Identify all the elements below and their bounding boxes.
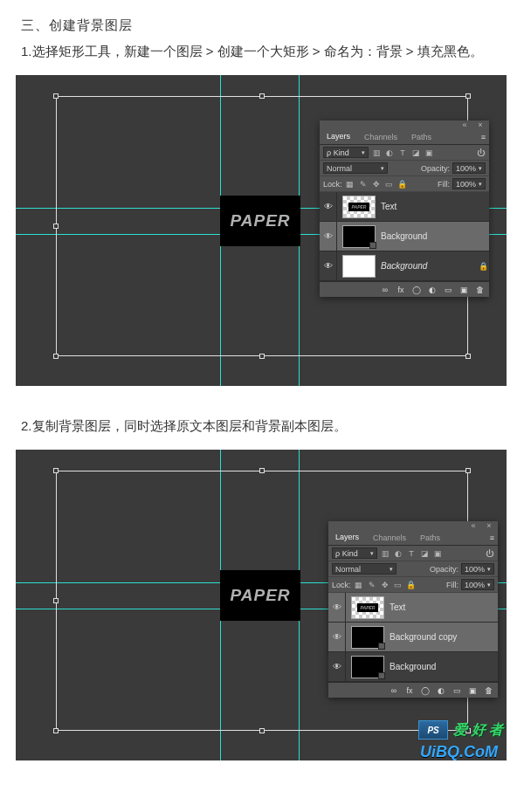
visibility-toggle[interactable]: 👁 bbox=[328, 593, 346, 622]
lock-position-icon[interactable]: ✥ bbox=[380, 580, 390, 590]
visibility-toggle[interactable]: 👁 bbox=[328, 652, 346, 681]
tab-layers[interactable]: Layers bbox=[320, 129, 357, 144]
visibility-toggle[interactable]: 👁 bbox=[320, 192, 337, 221]
transform-handle[interactable] bbox=[53, 93, 59, 99]
tab-paths[interactable]: Paths bbox=[404, 129, 438, 144]
eye-icon: 👁 bbox=[324, 261, 333, 271]
canvas-text-layer: PAPER bbox=[220, 570, 300, 621]
fill-input[interactable]: 100%▾ bbox=[461, 579, 494, 590]
layers-panel[interactable]: « × Layers Channels Paths ≡ ρ Kind ▾ ▥ ◐… bbox=[320, 120, 489, 297]
layer-name[interactable]: Text bbox=[381, 202, 477, 211]
panel-menu-icon[interactable]: ≡ bbox=[478, 129, 489, 144]
chevron-down-icon: ▾ bbox=[479, 165, 482, 172]
filter-pixel-icon[interactable]: ▥ bbox=[371, 148, 382, 158]
layer-name[interactable]: Background copy bbox=[390, 632, 486, 642]
transform-handle[interactable] bbox=[259, 93, 265, 99]
lock-all-icon[interactable]: 🔒 bbox=[406, 580, 417, 590]
link-layers-icon[interactable]: ∞ bbox=[388, 685, 400, 697]
blend-mode-dropdown[interactable]: Normal▾ bbox=[332, 563, 396, 575]
tab-paths[interactable]: Paths bbox=[413, 530, 447, 545]
visibility-toggle[interactable]: 👁 bbox=[320, 222, 337, 251]
trash-icon[interactable]: 🗑 bbox=[473, 284, 486, 296]
step-text-1: 1.选择矩形工具，新建一个图层 > 创建一个大矩形 > 命名为：背景 > 填充黑… bbox=[21, 39, 508, 63]
tab-channels[interactable]: Channels bbox=[357, 129, 404, 144]
filter-adjust-icon[interactable]: ◐ bbox=[384, 148, 395, 158]
fill-input[interactable]: 100%▾ bbox=[452, 178, 486, 189]
blend-mode-dropdown[interactable]: Normal▾ bbox=[323, 162, 388, 174]
lock-pixels-icon[interactable]: ✎ bbox=[367, 580, 377, 590]
lock-transparent-icon[interactable]: ▦ bbox=[354, 580, 364, 590]
tab-channels[interactable]: Channels bbox=[366, 530, 413, 545]
transform-handle[interactable] bbox=[259, 468, 265, 473]
fill-label: Fill: bbox=[438, 180, 450, 189]
panel-topbar: « × bbox=[328, 521, 498, 530]
layer-row[interactable]: 👁 Background 🔒 bbox=[320, 251, 489, 281]
step-text-2: 2.复制背景图层，同时选择原文本图层和背景副本图层。 bbox=[21, 414, 508, 437]
opacity-input[interactable]: 100%▾ bbox=[452, 162, 486, 174]
layers-panel[interactable]: « × Layers Channels Paths ≡ ρ Kind ▾ ▥ ◐… bbox=[328, 521, 498, 698]
kind-filter-dropdown[interactable]: ρ Kind ▾ bbox=[323, 147, 369, 158]
transform-handle[interactable] bbox=[259, 728, 265, 733]
lock-artboard-icon[interactable]: ▭ bbox=[393, 580, 403, 590]
filter-type-icon[interactable]: T bbox=[397, 148, 408, 158]
filter-pixel-icon[interactable]: ▥ bbox=[380, 548, 390, 559]
mask-icon[interactable]: ◯ bbox=[410, 284, 423, 296]
transform-handle[interactable] bbox=[259, 354, 265, 359]
layer-row[interactable]: 👁 PAPER Text bbox=[320, 192, 489, 222]
layer-row[interactable]: 👁 Background bbox=[328, 652, 498, 682]
filter-row: ρ Kind ▾ ▥ ◐ T ◪ ▣ ⏻ bbox=[328, 546, 498, 561]
mask-icon[interactable]: ◯ bbox=[419, 685, 431, 697]
adjustment-icon[interactable]: ◐ bbox=[435, 685, 447, 697]
fx-icon[interactable]: fx bbox=[403, 685, 416, 697]
lock-pixels-icon[interactable]: ✎ bbox=[358, 179, 369, 189]
layer-name[interactable]: Text bbox=[390, 602, 486, 612]
transform-handle[interactable] bbox=[465, 354, 471, 359]
lock-position-icon[interactable]: ✥ bbox=[371, 179, 382, 189]
chevron-down-icon: ▾ bbox=[487, 581, 491, 588]
filter-shape-icon[interactable]: ◪ bbox=[419, 548, 430, 559]
filter-toggle[interactable]: ⏻ bbox=[475, 148, 486, 158]
transform-handle[interactable] bbox=[465, 93, 471, 99]
visibility-toggle[interactable]: 👁 bbox=[328, 623, 346, 651]
lock-transparent-icon[interactable]: ▦ bbox=[345, 179, 355, 189]
kind-filter-dropdown[interactable]: ρ Kind ▾ bbox=[332, 547, 377, 559]
adjustment-icon[interactable]: ◐ bbox=[426, 284, 438, 296]
panel-menu-icon[interactable]: ≡ bbox=[486, 530, 498, 545]
transform-handle[interactable] bbox=[53, 354, 59, 359]
trash-icon[interactable]: 🗑 bbox=[482, 685, 494, 697]
filter-smart-icon[interactable]: ▣ bbox=[424, 148, 434, 158]
fx-icon[interactable]: fx bbox=[395, 284, 407, 296]
layer-name[interactable]: Background bbox=[381, 261, 477, 271]
shape-badge-icon bbox=[369, 242, 376, 249]
filter-adjust-icon[interactable]: ◐ bbox=[393, 548, 403, 559]
layer-row[interactable]: 👁 Background copy bbox=[328, 623, 498, 652]
visibility-toggle[interactable]: 👁 bbox=[320, 251, 337, 280]
filter-type-icon[interactable]: T bbox=[406, 548, 417, 559]
shape-badge-icon bbox=[378, 643, 385, 650]
new-layer-icon[interactable]: ▣ bbox=[466, 685, 479, 697]
transform-handle[interactable] bbox=[53, 224, 59, 229]
new-layer-icon[interactable]: ▣ bbox=[458, 284, 470, 296]
filter-toggle[interactable]: ⏻ bbox=[484, 548, 494, 559]
transform-handle[interactable] bbox=[53, 468, 59, 473]
transform-handle[interactable] bbox=[53, 598, 59, 603]
layer-row[interactable]: 👁 PAPER Text bbox=[328, 593, 498, 623]
link-layers-icon[interactable]: ∞ bbox=[379, 284, 391, 296]
collapse-icon[interactable]: « bbox=[459, 120, 470, 130]
group-icon[interactable]: ▭ bbox=[442, 284, 454, 296]
group-icon[interactable]: ▭ bbox=[451, 685, 463, 697]
layer-name[interactable]: Background bbox=[390, 662, 486, 671]
filter-smart-icon[interactable]: ▣ bbox=[432, 548, 443, 559]
filter-shape-icon[interactable]: ◪ bbox=[410, 148, 421, 158]
lock-row: Lock: ▦ ✎ ✥ ▭ 🔒 Fill: 100%▾ bbox=[328, 577, 498, 593]
layer-name[interactable]: Background bbox=[381, 231, 477, 241]
blend-mode-label: Normal bbox=[327, 164, 352, 173]
tab-layers[interactable]: Layers bbox=[328, 530, 366, 545]
layer-row[interactable]: 👁 Background bbox=[320, 222, 489, 251]
transform-handle[interactable] bbox=[53, 728, 59, 733]
collapse-icon[interactable]: « bbox=[468, 520, 479, 531]
lock-all-icon[interactable]: 🔒 bbox=[397, 179, 408, 189]
opacity-input[interactable]: 100%▾ bbox=[461, 563, 494, 575]
transform-handle[interactable] bbox=[465, 468, 471, 473]
lock-artboard-icon[interactable]: ▭ bbox=[384, 179, 395, 189]
